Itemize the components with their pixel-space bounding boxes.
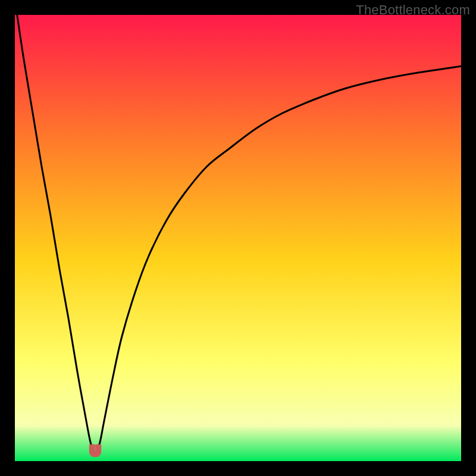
bottleneck-chart-svg <box>15 15 461 461</box>
plot-area <box>15 15 461 461</box>
chart-frame: TheBottleneck.com <box>0 0 476 476</box>
watermark-text: TheBottleneck.com <box>356 2 470 18</box>
